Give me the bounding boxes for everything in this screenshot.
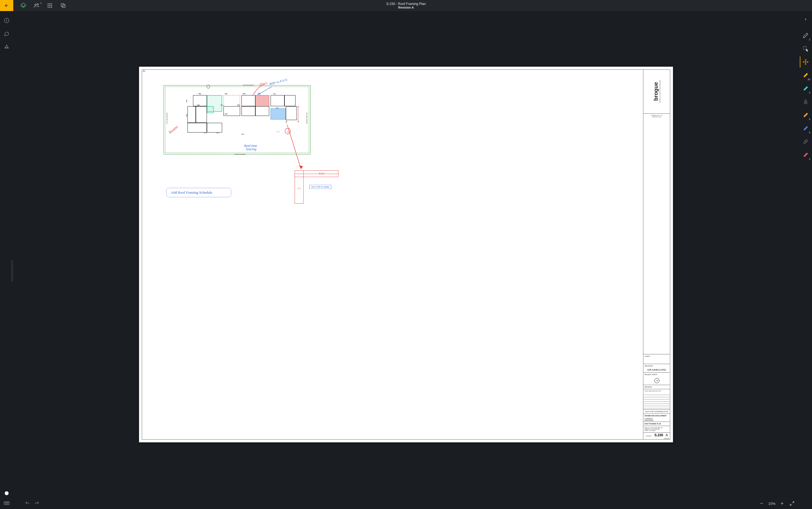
svg-rect-11	[62, 5, 65, 8]
select-tool[interactable]	[800, 43, 811, 54]
north-label: PROJECT NORTH	[643, 372, 670, 376]
rev-header: ISSUE DATE DESCRIPTION	[643, 389, 670, 393]
zoom-level: 15%	[768, 502, 776, 506]
drawing-sheet: A1 brogue CONSULTING ENGINEERS brogue pt…	[139, 67, 673, 442]
architect-value: DRAWBOARD	[643, 368, 670, 372]
pen-tool[interactable]: 2	[800, 30, 811, 41]
collapse-tools-button[interactable]	[800, 14, 811, 25]
drawing-title: ROOF FRAMING PLAN	[643, 421, 670, 426]
logo-text: brogue	[653, 82, 659, 101]
svg-marker-1	[21, 3, 26, 7]
copyright: © BROGUE	[643, 438, 670, 440]
cloud-note: Add Roof Framing Schedule	[166, 188, 231, 197]
title-text: S-230 - Roof Framing Plan	[386, 2, 426, 6]
address2: MELBOURNE	[643, 419, 670, 421]
fit-screen-button[interactable]	[789, 500, 795, 507]
zoom-out-button[interactable]	[758, 500, 765, 507]
architect-label: ARCHITECT	[643, 364, 670, 368]
client-label: CLIENT	[643, 354, 670, 358]
redo-button[interactable]	[34, 501, 39, 506]
canvas-area[interactable]: A1 brogue CONSULTING ENGINEERS brogue pt…	[13, 11, 799, 498]
orange-pen-tool[interactable]: 5	[800, 109, 811, 121]
collab-count: 4	[40, 2, 41, 4]
collaboration-button[interactable]: 4	[30, 0, 43, 11]
highlighter-tool[interactable]: 20	[800, 70, 811, 81]
eraser-tool[interactable]	[800, 136, 811, 147]
title-block: brogue CONSULTING ENGINEERS brogue pty l…	[643, 69, 670, 440]
logo-subtitle: CONSULTING ENGINEERS	[659, 78, 661, 105]
issues-tool[interactable]	[3, 43, 10, 51]
svg-rect-10	[61, 4, 64, 7]
info-tool[interactable]	[3, 16, 10, 24]
svg-point-23	[207, 85, 210, 88]
status-text: NOT FOR CONSTRUCTION	[643, 409, 670, 413]
svg-point-17	[5, 503, 5, 503]
layers-button[interactable]	[17, 0, 30, 11]
svg-point-14	[7, 19, 7, 20]
project-name: DRAWBOARD DEVELOPMENT	[643, 413, 670, 418]
svg-point-3	[37, 4, 38, 5]
svg-point-18	[6, 503, 6, 503]
right-rail: 2 20 2 5 5 4	[799, 0, 812, 509]
grid-marker-icon	[206, 84, 210, 89]
pan-tool[interactable]	[800, 57, 811, 68]
red-pen-tool[interactable]: 4	[800, 149, 811, 161]
north-arrow-icon	[654, 378, 659, 383]
color-indicator[interactable]	[5, 491, 8, 495]
bottombar: 15%	[13, 498, 799, 509]
svg-rect-29	[804, 46, 807, 49]
highlighter-count: 20	[808, 78, 810, 81]
sheet-size: A1	[143, 70, 146, 72]
dimension-line	[295, 106, 301, 123]
logo-contact: brogue pty ltd(03) 9416 2015	[643, 113, 670, 119]
document-title: S-230 - Roof Framing Plan Revision A	[386, 2, 426, 9]
svg-line-33	[805, 141, 807, 142]
zoom-in-button[interactable]	[779, 500, 785, 507]
svg-line-38	[790, 504, 791, 505]
left-rail	[0, 11, 13, 509]
red-pen-count: 4	[809, 158, 810, 161]
stamp-tool[interactable]	[800, 96, 811, 107]
sheet-rev: A	[666, 433, 668, 437]
pen-count: 2	[809, 38, 810, 41]
grid-button[interactable]	[43, 0, 57, 11]
comment-tool[interactable]	[3, 30, 10, 38]
svg-point-2	[35, 4, 36, 6]
revision-label: REVISION	[643, 385, 670, 389]
overlay-button[interactable]	[57, 0, 70, 11]
undo-button[interactable]	[25, 501, 30, 506]
annotation-realtime: Real-time Syncing	[244, 144, 257, 151]
keyboard-button[interactable]	[4, 501, 10, 506]
topbar: 4 S-230 - Roof Framing Plan Revision A	[0, 0, 812, 11]
back-button[interactable]	[0, 0, 13, 11]
svg-marker-28	[299, 165, 303, 169]
subtitle-text: Revision A	[386, 6, 426, 9]
detail-c1-label: C1	[298, 187, 301, 190]
orange-pen-count: 5	[809, 118, 810, 121]
site-boundary-left: SITE BOUNDARY	[166, 112, 168, 124]
svg-line-27	[287, 125, 301, 169]
svg-line-37	[792, 502, 794, 503]
site-boundary-bottom: SITE BOUNDARY	[235, 154, 246, 155]
cyan-pen-tool[interactable]: 2	[800, 83, 811, 94]
cyan-pen-count: 2	[809, 91, 810, 94]
meta-row: DATE JUL 2016 DESIGNED GD DRAWN GD CHECK…	[643, 426, 670, 432]
site-boundary-right: SITE BOUNDARY	[306, 112, 308, 124]
detail-rb-label: R.B.1	[319, 172, 325, 175]
see-detail-callout: See S.235 for details	[309, 185, 331, 189]
svg-rect-16	[4, 502, 9, 505]
blue-pen-count: 5	[809, 131, 810, 134]
svg-point-20	[8, 503, 8, 503]
blue-pen-tool[interactable]: 5	[800, 123, 811, 134]
sheet-number: S.230	[654, 433, 663, 437]
blue-arrow-icon	[255, 86, 275, 97]
red-arrow-icon	[286, 123, 308, 173]
